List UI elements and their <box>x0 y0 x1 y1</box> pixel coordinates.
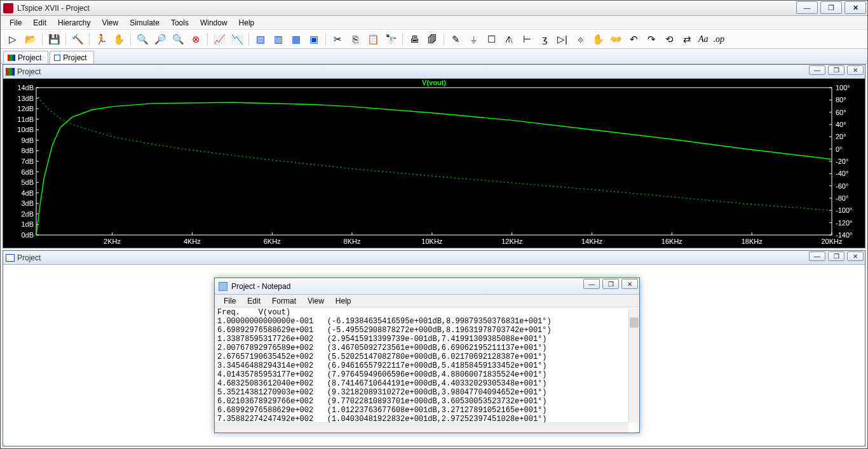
close-all-icon[interactable]: ▣ <box>306 32 322 47</box>
copy-icon[interactable]: ⎘ <box>347 32 363 47</box>
plot-area[interactable]: V(vout) 14dB13dB12dB11dB10dB9dB8dB7dB6dB… <box>3 79 865 248</box>
open-icon[interactable]: 📂 <box>22 32 39 47</box>
notepad-menu-edit[interactable]: Edit <box>242 296 266 306</box>
toolbar-separator <box>248 33 249 46</box>
menu-file[interactable]: File <box>4 17 27 29</box>
notepad-titlebar[interactable]: Project - Notepad — ❐ ✕ <box>215 278 639 295</box>
cut-icon[interactable]: ✂ <box>329 32 346 47</box>
menu-view[interactable]: View <box>97 17 123 29</box>
notepad-minimize-button[interactable]: — <box>583 279 600 289</box>
svg-text:18KHz: 18KHz <box>742 238 763 245</box>
app-title: LTspice XVII - Project <box>17 4 795 13</box>
svg-text:-60°: -60° <box>836 182 848 190</box>
scrollbar-thumb[interactable] <box>630 318 639 328</box>
diode-icon[interactable]: ▷| <box>554 32 571 47</box>
close-button[interactable]: ✕ <box>844 1 866 14</box>
menu-window[interactable]: Window <box>195 17 233 29</box>
sch-minimize-button[interactable]: — <box>809 251 825 261</box>
plot-window-titlebar[interactable]: Project — ❐ ✕ <box>3 65 865 79</box>
svg-text:14KHz: 14KHz <box>581 238 603 245</box>
draw-wire-icon[interactable]: ✎ <box>447 32 464 47</box>
notepad-maximize-button[interactable]: ❐ <box>602 279 619 289</box>
menu-hierarchy[interactable]: Hierarchy <box>53 17 95 29</box>
find-icon[interactable]: 🔭 <box>383 32 399 47</box>
svg-text:12dB: 12dB <box>17 105 34 112</box>
save-icon[interactable]: 💾 <box>46 32 62 47</box>
sch-close-button[interactable]: ✕ <box>847 251 864 261</box>
mirror-icon[interactable]: ⇄ <box>679 32 695 47</box>
plot-tab-icon <box>8 55 15 61</box>
drag-icon[interactable]: 👐 <box>607 32 624 47</box>
toolbar-separator <box>325 33 326 46</box>
text-tool-icon[interactable]: Aa <box>696 34 710 44</box>
svg-text:5dB: 5dB <box>21 178 34 186</box>
toolbar-separator <box>207 33 208 46</box>
pick-visible-traces-icon[interactable]: 📉 <box>229 32 245 47</box>
move-icon[interactable]: ✋ <box>590 32 606 47</box>
toolbar-separator <box>444 33 444 46</box>
notepad-menu-view[interactable]: View <box>302 296 329 306</box>
plot-close-button[interactable]: ✕ <box>847 65 864 75</box>
new-schematic-icon[interactable]: ▷ <box>4 32 21 47</box>
toolbar-separator <box>65 33 66 46</box>
label-net-icon[interactable]: ☐ <box>483 32 499 47</box>
resistor-icon[interactable]: ⩚ <box>501 32 517 47</box>
tab-schematic[interactable]: Project <box>50 51 93 64</box>
autorange-icon[interactable]: 📈 <box>211 32 227 47</box>
notepad-menu-format[interactable]: Format <box>267 296 301 306</box>
schematic-window-icon <box>6 254 15 262</box>
spice-directive-icon[interactable]: .op <box>712 34 727 44</box>
run-icon[interactable]: 🏃 <box>93 32 109 47</box>
cascade-icon[interactable]: ▦ <box>288 32 304 47</box>
plot-child-window: Project — ❐ ✕ V(vout) 14dB13dB12dB11dB10… <box>3 64 865 248</box>
svg-text:10dB: 10dB <box>17 126 34 133</box>
notepad-icon <box>219 282 227 291</box>
app-icon <box>3 3 13 13</box>
schematic-window-titlebar[interactable]: Project — ❐ ✕ <box>3 251 865 265</box>
notepad-window[interactable]: Project - Notepad — ❐ ✕ File Edit Format… <box>214 278 640 433</box>
svg-text:60°: 60° <box>836 109 846 116</box>
print-setup-icon[interactable]: 🗐 <box>424 32 440 47</box>
minimize-button[interactable]: — <box>796 1 818 14</box>
tab-plot[interactable]: Project <box>3 51 48 64</box>
pan-icon[interactable]: 🔎 <box>152 32 168 47</box>
tile-horz-icon[interactable]: ▤ <box>252 32 269 47</box>
redo-icon[interactable]: ↷ <box>643 32 660 47</box>
maximize-button[interactable]: ❐ <box>820 1 842 14</box>
svg-text:10KHz: 10KHz <box>421 238 443 245</box>
menu-tools[interactable]: Tools <box>166 17 194 29</box>
toolbar-separator <box>402 33 403 46</box>
notepad-menu-help[interactable]: Help <box>330 296 356 306</box>
paste-icon[interactable]: 📋 <box>365 32 381 47</box>
notepad-close-button[interactable]: ✕ <box>621 279 638 289</box>
plot-maximize-button[interactable]: ❐ <box>828 65 844 75</box>
menubar: File Edit Hierarchy View Simulate Tools … <box>1 16 867 30</box>
capacitor-icon[interactable]: ⊢ <box>519 32 535 47</box>
ground-icon[interactable]: ⏚ <box>465 32 482 47</box>
notepad-text-area[interactable]: Freq. V(vout) 1.00000000000000e-001 (-6.… <box>215 307 639 432</box>
notepad-vertical-scrollbar[interactable] <box>628 309 639 422</box>
svg-text:16KHz: 16KHz <box>661 238 683 245</box>
zoom-in-icon[interactable]: 🔍 <box>134 32 151 47</box>
tile-vert-icon[interactable]: ▥ <box>270 32 287 47</box>
plot-minimize-button[interactable]: — <box>809 65 825 75</box>
main-titlebar[interactable]: LTspice XVII - Project — ❐ ✕ <box>1 1 867 16</box>
inductor-icon[interactable]: ʒ <box>536 32 553 47</box>
svg-text:2KHz: 2KHz <box>104 238 121 245</box>
svg-text:4dB: 4dB <box>21 189 34 197</box>
notepad-horizontal-scrollbar[interactable] <box>215 422 628 432</box>
halt-icon[interactable]: ✋ <box>111 32 127 47</box>
rotate-icon[interactable]: ⟲ <box>661 32 677 47</box>
sch-maximize-button[interactable]: ❐ <box>828 251 844 261</box>
menu-simulate[interactable]: Simulate <box>125 17 165 29</box>
print-icon[interactable]: 🖶 <box>406 32 423 47</box>
zoom-out-icon[interactable]: 🔍 <box>170 32 186 47</box>
zoom-fit-icon[interactable]: ⊗ <box>187 32 204 47</box>
menu-help[interactable]: Help <box>234 17 260 29</box>
svg-text:0°: 0° <box>836 145 843 153</box>
undo-icon[interactable]: ↶ <box>625 32 642 47</box>
component-icon[interactable]: ⟐ <box>572 32 588 47</box>
notepad-menu-file[interactable]: File <box>219 296 241 306</box>
control-panel-icon[interactable]: 🔨 <box>69 32 86 47</box>
menu-edit[interactable]: Edit <box>28 17 51 29</box>
